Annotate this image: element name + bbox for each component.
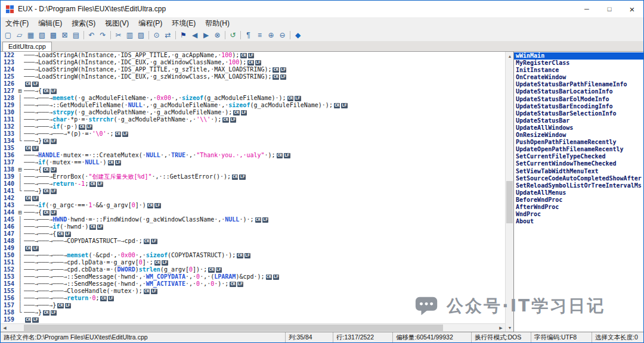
function-list-item[interactable]: WndProc	[514, 211, 643, 218]
menu-item-7[interactable]: 帮助(H)	[200, 17, 234, 29]
undo-button[interactable]: ↶	[86, 30, 97, 40]
menu-item-6[interactable]: 环境(E)	[167, 17, 200, 29]
symbol-list-button[interactable]: ≡	[254, 30, 265, 40]
function-list-item[interactable]: InitInstance	[514, 67, 643, 74]
new-file-button[interactable]: ▢	[2, 30, 14, 40]
code-line[interactable]: 153│───→───→───→::SendMessage(·hwnd·,·WM…	[1, 273, 505, 280]
code-line[interactable]: 142CRLF	[1, 195, 505, 202]
vertical-scroll-thumb[interactable]	[506, 181, 513, 223]
fold-box-marker[interactable]: ⊞	[16, 88, 24, 95]
function-list-item[interactable]: UpdateStatusBarEncodingInfo	[514, 103, 643, 110]
zoom-in-button[interactable]: ⊕	[265, 30, 277, 40]
paste-button[interactable]: ▨	[135, 30, 147, 40]
function-list-item[interactable]: SetCurrentWindowThemeChecked	[514, 160, 643, 167]
code-line[interactable]: 144⊞───→{CRLF	[1, 209, 505, 216]
function-list-item[interactable]: OnResizeWindow	[514, 132, 643, 139]
code-line[interactable]: 122───→LoadStringA(hInstance,·IDS_APP_TI…	[1, 52, 505, 59]
compare-button[interactable]: ◆	[292, 30, 304, 40]
save-all-button[interactable]: ▩	[48, 30, 59, 40]
code-line[interactable]: 148│───→───→───→COPYDATASTRUCT─→cpd·;CRL…	[1, 238, 505, 245]
menu-item-5[interactable]: 编程(P)	[134, 17, 167, 29]
function-list-item[interactable]: OnCreateWindow	[514, 74, 643, 81]
function-list-item[interactable]: About	[514, 218, 643, 225]
menu-item-1[interactable]: 文件(F)	[1, 17, 33, 29]
code-line[interactable]: 149│CRLF	[1, 245, 505, 252]
copy-button[interactable]: ▥	[124, 30, 135, 40]
close-file-button[interactable]: ⊠	[59, 30, 70, 40]
function-list-item[interactable]: PushOpenPathFilenameRecently	[514, 139, 643, 146]
scroll-down-button[interactable]: ▼	[506, 323, 514, 332]
function-list-item[interactable]: UpdateStatusBarLocationInfo	[514, 88, 643, 95]
replace-button[interactable]: ⇄	[162, 30, 174, 40]
find-button[interactable]: ⊙	[151, 30, 162, 40]
code-line[interactable]: 128│───→───→memset(·g_acModuleFileName·,…	[1, 95, 505, 102]
code-line[interactable]: 133│───→───→───→*(p)·=·'\0'·;CRLF	[1, 130, 505, 138]
code-line[interactable]: 147│───→───→{CRLF	[1, 230, 505, 238]
redo-button[interactable]: ↷	[97, 30, 109, 40]
function-list-item[interactable]: AfterWndProc	[514, 204, 643, 211]
code-line[interactable]: 132│───→───→if(·p·)CRLF	[1, 123, 505, 130]
toggle-whitespace-button[interactable]: ¶	[243, 30, 254, 40]
scroll-right-button[interactable]: ▶	[497, 324, 505, 332]
code-line[interactable]: 130│───→───→strcpy(·g_acModulePathName·,…	[1, 109, 505, 116]
function-list-item[interactable]: UpdateStatusBarEolModeInfo	[514, 96, 643, 103]
code-line[interactable]: 124───→LoadStringW(hInstance,·IDS_APP_TI…	[1, 66, 505, 73]
code-line[interactable]: 143───→if(·g_argc·==·1·&&·g_argv[0]·)CRL…	[1, 202, 505, 209]
refresh-button[interactable]: ↺	[227, 30, 239, 40]
print-button[interactable]: ▤	[70, 30, 82, 40]
function-list-item[interactable]: UpdateStatusBarPathFilenameInfo	[514, 81, 643, 88]
code-line[interactable]: 126CRLF	[1, 80, 505, 88]
code-line[interactable]: 139│───→───→ErrorBox(·"创建互斥量失败[%d]"·,·::…	[1, 173, 505, 180]
fold-box-marker[interactable]: ⊞	[16, 166, 24, 173]
function-list-item[interactable]: SetReloadSymbolListOrTreeIntervalMs	[514, 182, 643, 189]
minimize-button[interactable]: ─	[575, 1, 598, 17]
code-line[interactable]: 136───→HANDLE·mutex·=·::CreateMutex(·NUL…	[1, 152, 505, 159]
function-list-item[interactable]: SetViewTabWidthMenuText	[514, 168, 643, 175]
code-line[interactable]: 154│───→───→───→::SendMessage(·hwnd·,·WM…	[1, 280, 505, 288]
code-line[interactable]: 151│───→───→───→cpd.lpData·=·g_argv[0]·;…	[1, 259, 505, 266]
function-list-item[interactable]: UpdateAllWindows	[514, 124, 643, 132]
save-as-button[interactable]: ▧	[36, 30, 48, 40]
next-bookmark-button[interactable]: ▶	[200, 30, 212, 40]
toggle-bookmark-button[interactable]: ⚑	[178, 30, 189, 40]
code-line[interactable]: 157│───→───→}CRLF	[1, 302, 505, 309]
code-line[interactable]: 134└───→}CRLF	[1, 138, 505, 145]
code-line[interactable]: 150│───→───→───→memset(·&cpd·,·0x00·,·si…	[1, 252, 505, 259]
code-line[interactable]: 127⊞───→{CRLF	[1, 88, 505, 95]
save-file-button[interactable]: ▦	[25, 30, 36, 40]
function-list-item[interactable]: BeforeWndProc	[514, 197, 643, 204]
prev-bookmark-button[interactable]: ◀	[189, 30, 200, 40]
menu-item-2[interactable]: 编辑(E)	[33, 17, 67, 29]
code-line[interactable]: 135CRLF	[1, 145, 505, 152]
code-line[interactable]: 152│───→───→───→cpd.cbData·=·(DWORD)strl…	[1, 266, 505, 273]
function-list-item[interactable]: wWinMain	[514, 52, 643, 60]
cut-button[interactable]: ✂	[113, 30, 124, 40]
function-list-item[interactable]: MyRegisterClass	[514, 60, 643, 67]
code-line[interactable]: 156│───→───→───→return·0;CRLF	[1, 295, 505, 302]
close-button[interactable]: ×	[621, 1, 643, 17]
code-line[interactable]: 141└───→}CRLF	[1, 188, 505, 195]
maximize-button[interactable]: □	[598, 1, 621, 17]
function-list-item[interactable]: UpdateStatusBar	[514, 117, 643, 124]
code-line[interactable]: 123───→LoadStringA(hInstance,·IDC_EUX,·g…	[1, 59, 505, 66]
code-line[interactable]: 131│───→───→char·*p·=·strrchr(·g_acModul…	[1, 116, 505, 123]
scroll-up-button[interactable]: ▲	[506, 52, 514, 60]
code-line[interactable]: 137───→if(·mutex·==·NULL·)CRLF	[1, 159, 505, 166]
code-area[interactable]: 122───→LoadStringA(hInstance,·IDS_APP_TI…	[1, 52, 505, 323]
menu-item-3[interactable]: 搜索(S)	[67, 17, 100, 29]
code-line[interactable]: 138⊞───→{CRLF	[1, 166, 505, 173]
clear-bookmarks-button[interactable]: ⊗	[212, 30, 223, 40]
function-list-item[interactable]: SetCurrentFileTypeChecked	[514, 153, 643, 160]
code-line[interactable]: 159CRLF	[1, 316, 505, 323]
code-line[interactable]: 140│───→───→return·-1;CRLF	[1, 180, 505, 188]
function-list-item[interactable]: UpdateOpenPathFilenameRecently	[514, 146, 643, 153]
code-line[interactable]: 125───→LoadStringW(hInstance,·IDC_EUX,·g…	[1, 73, 505, 80]
function-list-item[interactable]: UpdateStatusBarSelectionInfo	[514, 110, 643, 117]
code-line[interactable]: 158└───→}CRLF	[1, 309, 505, 316]
code-line[interactable]: 145│───→───→HWND·hwnd·=·::FindWindow(·g_…	[1, 216, 505, 223]
code-line[interactable]: 146│───→───→if(·hwnd·)CRLF	[1, 223, 505, 230]
open-file-button[interactable]: ▱	[14, 30, 25, 40]
code-line[interactable]: 155│───→───→───→CloseHandle(·mutex·);CRL…	[1, 288, 505, 295]
horizontal-scroll-thumb[interactable]	[24, 325, 443, 331]
fold-box-marker[interactable]: ⊞	[16, 209, 24, 216]
